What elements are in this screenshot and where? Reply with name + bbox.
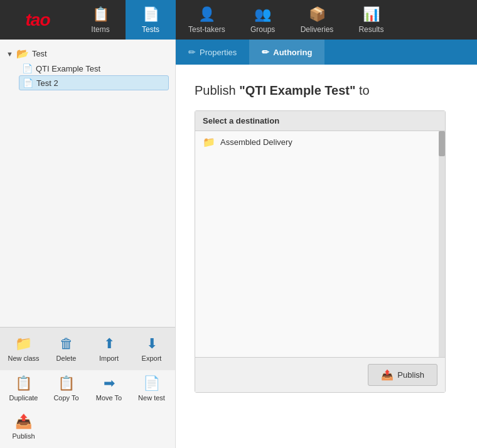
toolbar-btn-move-to[interactable]: ➡Move To bbox=[88, 370, 129, 407]
toolbar-icon-new-test: 📄 bbox=[143, 375, 160, 392]
tree-child-0[interactable]: 📄QTI Example Test bbox=[19, 61, 169, 75]
publish-title-suffix: to bbox=[355, 83, 369, 97]
nav-item-test-takers[interactable]: 👤Test-takers bbox=[176, 0, 238, 40]
tab-pencil-icon-authoring: ✏ bbox=[262, 47, 269, 57]
toolbar-icon-move-to: ➡ bbox=[104, 375, 115, 392]
dest-item-label-0: Assembled Delivery bbox=[220, 137, 292, 147]
tree-child-1[interactable]: 📄Test 2 bbox=[19, 75, 169, 90]
toolbar-icon-export: ⬇ bbox=[146, 336, 158, 352]
tab-pencil-icon-properties: ✏ bbox=[188, 47, 196, 57]
publish-title-name: "QTI Example Test" bbox=[239, 83, 355, 97]
publish-action-icon: 📤 bbox=[381, 369, 394, 381]
tab-label-authoring: Authoring bbox=[273, 48, 312, 57]
toolbar-btn-duplicate[interactable]: 📋Duplicate bbox=[3, 370, 44, 407]
toolbar-icon-new-class: 📁 bbox=[15, 336, 32, 352]
nav-icon-deliveries: 📦 bbox=[309, 6, 326, 23]
tab-properties[interactable]: ✏Properties bbox=[176, 40, 249, 65]
nav-label-deliveries: Deliveries bbox=[301, 25, 334, 34]
dest-folder-icon-0: 📁 bbox=[203, 136, 215, 148]
tree-area: ▼ 📂 Test 📄QTI Example Test📄Test 2 bbox=[0, 40, 175, 327]
tree-child-label-0: QTI Example Test bbox=[36, 64, 100, 73]
scrollbar-thumb[interactable] bbox=[439, 131, 445, 156]
toolbar-label-copy-to: Copy To bbox=[53, 394, 78, 402]
nav-label-items: Items bbox=[91, 25, 109, 34]
destination-header: Select a destination bbox=[195, 111, 445, 131]
scrollbar-track bbox=[439, 131, 445, 357]
toolbar-label-publish: Publish bbox=[12, 432, 35, 440]
toolbar-label-duplicate: Duplicate bbox=[9, 394, 38, 402]
destination-items-container: 📁Assembled Delivery bbox=[195, 131, 445, 153]
tree-root[interactable]: ▼ 📂 Test bbox=[6, 46, 169, 61]
nav-icon-items: 📋 bbox=[92, 6, 109, 23]
toolbar-label-export: Export bbox=[142, 355, 162, 362]
nav-item-tests[interactable]: 📄Tests bbox=[126, 0, 176, 40]
toolbar-btn-export[interactable]: ⬇Export bbox=[131, 331, 172, 367]
doc-icon-1: 📄 bbox=[23, 78, 33, 88]
top-navigation: tao 📋Items📄Tests👤Test-takers👥Groups📦Deli… bbox=[0, 0, 477, 40]
main-layout: ▼ 📂 Test 📄QTI Example Test📄Test 2 📁New c… bbox=[0, 40, 477, 448]
destination-list[interactable]: 📁Assembled Delivery bbox=[195, 131, 445, 357]
tree-toggle-icon: ▼ bbox=[6, 50, 13, 58]
toolbar-row1: 📁New class🗑Delete⬆Import⬇Export bbox=[0, 327, 175, 370]
toolbar-label-delete: Delete bbox=[56, 355, 77, 362]
publish-content: Publish "QTI Example Test" to Select a d… bbox=[176, 65, 477, 448]
tree-child-label-1: Test 2 bbox=[36, 78, 58, 88]
nav-item-deliveries[interactable]: 📦Deliveries bbox=[288, 0, 346, 40]
publish-footer: 📤 Publish bbox=[195, 357, 445, 392]
nav-item-groups[interactable]: 👥Groups bbox=[238, 0, 288, 40]
doc-icon-0: 📄 bbox=[22, 63, 33, 73]
toolbar-icon-import: ⬆ bbox=[104, 336, 115, 352]
app-logo[interactable]: tao bbox=[0, 0, 75, 40]
tab-authoring[interactable]: ✏Authoring bbox=[249, 40, 324, 65]
toolbar-label-import: Import bbox=[99, 355, 119, 362]
nav-icon-groups: 👥 bbox=[254, 6, 271, 23]
tab-label-properties: Properties bbox=[200, 48, 237, 57]
toolbar-label-new-test: New test bbox=[138, 394, 165, 402]
root-folder-icon: 📂 bbox=[16, 48, 29, 60]
logo-text: tao bbox=[26, 10, 50, 30]
nav-label-tests: Tests bbox=[142, 25, 159, 34]
toolbar-label-new-class: New class bbox=[8, 355, 39, 362]
sidebar: ▼ 📂 Test 📄QTI Example Test📄Test 2 📁New c… bbox=[0, 40, 176, 448]
toolbar-btn-publish[interactable]: 📤Publish bbox=[3, 408, 44, 445]
nav-item-items[interactable]: 📋Items bbox=[75, 0, 126, 40]
toolbar-label-move-to: Move To bbox=[96, 394, 122, 402]
toolbar-btn-delete[interactable]: 🗑Delete bbox=[46, 331, 87, 367]
publish-title: Publish "QTI Example Test" to bbox=[195, 83, 458, 98]
toolbar-row3: 📤Publish bbox=[0, 407, 175, 448]
tree-root-label: Test bbox=[32, 49, 47, 58]
nav-item-results[interactable]: 📊Results bbox=[346, 0, 396, 40]
nav-label-test-takers: Test-takers bbox=[188, 25, 225, 34]
destination-box: Select a destination 📁Assembled Delivery… bbox=[195, 110, 446, 393]
nav-label-groups: Groups bbox=[250, 25, 275, 34]
toolbar-btn-copy-to[interactable]: 📋Copy To bbox=[46, 370, 87, 407]
publish-action-label: Publish bbox=[397, 370, 424, 380]
toolbar-btn-new-class[interactable]: 📁New class bbox=[3, 331, 44, 367]
nav-icon-test-takers: 👤 bbox=[198, 6, 215, 23]
nav-label-results: Results bbox=[358, 25, 383, 34]
nav-icon-tests: 📄 bbox=[142, 6, 159, 23]
toolbar-icon-publish: 📤 bbox=[15, 413, 32, 430]
toolbar-row2: 📋Duplicate📋Copy To➡Move To📄New test bbox=[0, 370, 175, 407]
destination-item-0[interactable]: 📁Assembled Delivery bbox=[195, 131, 445, 153]
toolbar: 📁New class🗑Delete⬆Import⬇Export 📋Duplica… bbox=[0, 327, 175, 448]
content-area: ✏Properties✏Authoring Publish "QTI Examp… bbox=[176, 40, 477, 448]
toolbar-btn-import[interactable]: ⬆Import bbox=[88, 331, 129, 367]
tab-bar: ✏Properties✏Authoring bbox=[176, 40, 477, 65]
publish-action-button[interactable]: 📤 Publish bbox=[368, 364, 437, 386]
nav-icon-results: 📊 bbox=[363, 6, 380, 23]
toolbar-btn-new-test[interactable]: 📄New test bbox=[131, 370, 172, 407]
toolbar-icon-delete: 🗑 bbox=[60, 336, 73, 352]
tree-children: 📄QTI Example Test📄Test 2 bbox=[19, 61, 169, 90]
toolbar-icon-copy-to: 📋 bbox=[58, 375, 75, 392]
publish-title-prefix: Publish bbox=[195, 83, 239, 97]
toolbar-icon-duplicate: 📋 bbox=[15, 375, 32, 392]
